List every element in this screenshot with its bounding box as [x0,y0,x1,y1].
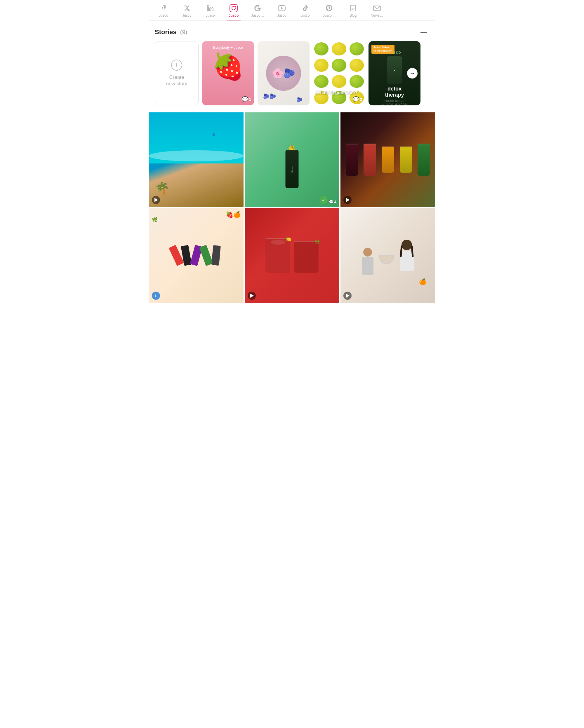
tab-tiktok-label: Jusco [301,14,309,18]
story3-comment-badge: 💬 2 [353,96,362,102]
svg-rect-0 [207,7,208,11]
post3-glasses-container [340,112,435,207]
play-triangle-icon [250,294,254,298]
tab-facebook-label: Jusco [159,14,168,18]
tab-twitter-label: Jusco [182,14,191,18]
post4-products-container: 🍓🍊 🌿 [149,208,244,303]
create-story-label: Createnew story [166,74,187,87]
tab-tiktok[interactable]: Jusco [294,0,317,21]
play-triangle-icon [346,198,350,202]
tab-youtube-label: Jusco [277,14,286,18]
twitter-icon [183,4,191,12]
tab-pinterest-label: Jusco ... [323,14,336,18]
post-item-cooking[interactable]: 🍊 [340,208,435,303]
story3-comment-icon: 💬 [353,96,359,102]
tab-blog[interactable]: Blog [341,0,365,21]
svg-marker-3 [281,7,283,9]
stories-header: Stories (9) — [155,28,429,36]
post2-comment-count: 4 [334,200,336,204]
post1-play-button[interactable] [152,196,160,204]
linkedin-icon [206,4,214,12]
tab-google[interactable]: Jusco ... [245,0,270,21]
post5-glass2: 🌿 [294,241,319,273]
nav-tabs: Jusco Jusco Jusco Jusco [149,0,435,21]
post3-glass4 [400,147,412,173]
tab-newsletter[interactable]: Newsl... [365,0,389,21]
post3-play-button[interactable] [344,196,352,204]
story1-top-text: Everybody ♥ Jusco [213,45,243,50]
post4-fruits: 🍓🍊 [226,211,240,218]
post1-wave [149,150,244,162]
story-card-4[interactable]: Jusco Detoxto the rescue™ Jusco ● detoxt… [369,41,421,105]
play-triangle-icon [154,198,158,202]
post-item-red-drinks[interactable]: 🍋 🌿 [245,208,339,303]
post2-check-badge: ✓ [320,196,328,204]
story1-strawberry: 🍓 [212,51,244,82]
post3-glass3 [382,147,394,173]
stories-section: Stories (9) — + Createnew story Everybod… [149,21,435,111]
story1-comment-count: 1 [249,97,251,102]
story4-arrow-button[interactable]: → [407,68,417,79]
tiktok-icon [301,4,309,12]
post-item-drinks[interactable] [340,112,435,207]
story2-bowl: 🌸🫐 [266,56,301,91]
post-item-beach[interactable]: 🌴 👤 [149,112,244,207]
post6-scene [340,208,435,303]
pinterest-icon [325,4,333,12]
tab-twitter[interactable]: Jusco [175,0,199,21]
post5-glasses-container: 🍋 🌿 [265,238,319,273]
post-item-products[interactable]: 🍓🍊 🌿 L [149,208,244,303]
post4-bottle5 [211,245,221,266]
youtube-icon [278,4,286,12]
stories-row: + Createnew story Everybody ♥ Jusco 🍓 💬 … [155,41,429,108]
tab-youtube[interactable]: Jusco [270,0,294,21]
post6-play-button[interactable] [344,292,352,300]
post2-bottle-container: 🖐️ Jusco [285,145,299,188]
tab-linkedin-label: Jusco [206,14,214,18]
tab-google-label: Jusco ... [251,14,264,18]
story4-subtitle: FRESH BLENDSPINACH & APPLE [382,100,407,105]
story4-title: detoxtherapy [385,86,404,98]
story3-fruit-grid [313,41,365,105]
tab-linkedin[interactable]: Jusco [199,0,222,21]
instagram-icon [229,4,238,12]
create-story-card[interactable]: + Createnew story [155,41,199,105]
posts-grid: 🌴 👤 🖐️ Jusco ✓ 💬 4 [149,111,435,304]
story1-comment-icon: 💬 [242,96,248,102]
google-icon [253,4,262,12]
story4-bottle: ● [387,56,402,84]
post2-comment-badge: 💬 4 [329,200,336,204]
svg-point-1 [207,5,208,6]
create-story-plus-icon: + [171,59,182,71]
tab-facebook[interactable]: Jusco [152,0,175,21]
facebook-icon [159,4,168,12]
play-triangle-icon [346,294,350,298]
story1-comment-badge: 💬 1 [242,96,251,102]
post6-orange: 🍊 [419,278,426,285]
tab-newsletter-label: Newsl... [371,14,383,18]
post5-glass1: 🍋 [265,238,290,273]
story3-overlay-text: What's it gonna be? [316,90,362,95]
post4-user-avatar: L [152,292,160,300]
post2-bottle: Jusco [285,150,299,188]
tab-blog-label: Blog [350,14,357,18]
story-card-1[interactable]: Everybody ♥ Jusco 🍓 💬 1 [202,41,254,105]
blog-icon [349,4,357,12]
post3-glass5 [417,144,430,176]
post5-play-button[interactable] [248,292,256,300]
story-card-2[interactable]: 🌸🫐 🫐🫐 🫐 [257,41,309,105]
story4-badge: Jusco Detoxto the rescue™ [372,45,395,54]
tab-pinterest[interactable]: Jusco ... [317,0,341,21]
story-card-3[interactable]: What's it gonna be? 💬 2 [313,41,365,105]
stories-title: Stories (9) [155,28,187,36]
post2-comment-icon: 💬 [329,200,333,204]
post4-leaves: 🌿 [152,217,158,223]
post3-glass1 [346,144,358,176]
stories-collapse-button[interactable]: — [418,28,429,36]
tab-instagram[interactable]: Jusco [222,0,245,21]
post4-bottle4 [199,245,213,266]
post-item-green-bottle[interactable]: 🖐️ Jusco ✓ 💬 4 [245,112,339,207]
tab-instagram-label: Jusco [229,14,239,18]
newsletter-icon [373,4,381,12]
story3-comment-count: 2 [360,97,362,102]
